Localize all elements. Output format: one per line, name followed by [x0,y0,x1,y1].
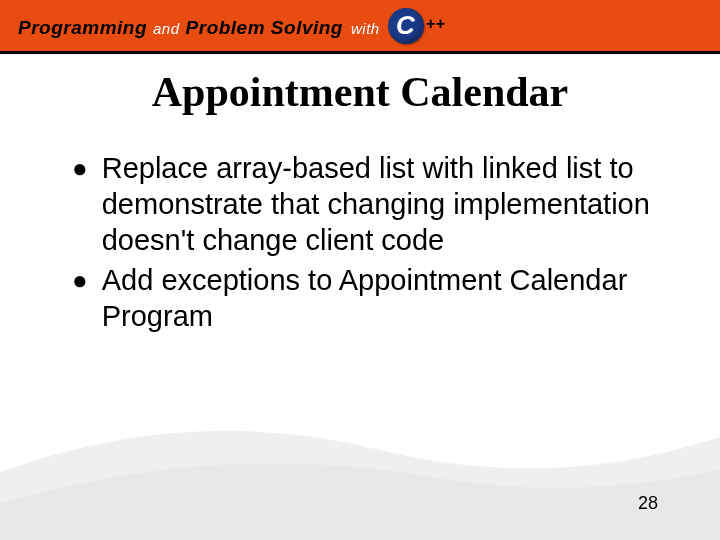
logo-word-with: with [351,20,380,37]
cpp-plus-icon: ++ [426,22,446,30]
logo-word-problem-solving: Problem Solving [186,17,343,39]
cpp-c-icon: C [388,8,424,44]
cpp-logo: C ++ [388,8,446,44]
bullet-item: ● Replace array-based list with linked l… [72,150,660,258]
bullet-text: Add exceptions to Appointment Calendar P… [102,262,660,334]
book-logo: Programming and Problem Solving with C +… [18,8,445,44]
bullet-item: ● Add exceptions to Appointment Calendar… [72,262,660,334]
bullet-text: Replace array-based list with linked lis… [102,150,660,258]
logo-word-and: and [153,20,180,37]
logo-word-programming: Programming [18,17,147,39]
bullet-dot-icon: ● [72,262,88,298]
page-number: 28 [638,493,658,514]
background-swoosh [0,360,720,540]
slide-content: ● Replace array-based list with linked l… [0,150,720,334]
slide-title: Appointment Calendar [0,68,720,116]
header-bar: Programming and Problem Solving with C +… [0,0,720,54]
bullet-dot-icon: ● [72,150,88,186]
